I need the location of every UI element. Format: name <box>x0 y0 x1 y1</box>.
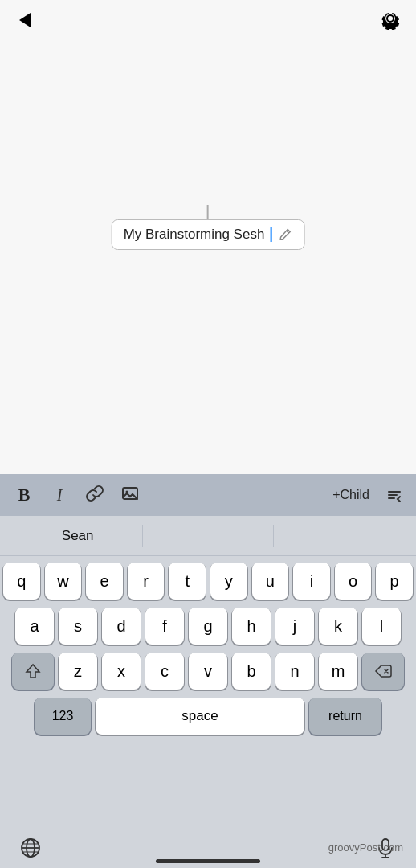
key-l[interactable]: l <box>362 608 401 645</box>
mind-map-node: My Brainstorming Sesh <box>112 205 305 250</box>
back-button[interactable] <box>13 8 37 32</box>
key-row-2: a s d f g h j k l <box>3 608 413 645</box>
link-button[interactable] <box>80 481 109 510</box>
settings-button[interactable] <box>377 7 403 33</box>
key-row-4: 123 space return <box>3 698 413 735</box>
gear-icon <box>379 7 402 33</box>
text-cursor <box>270 227 271 242</box>
key-q[interactable]: q <box>3 563 40 600</box>
key-row-3: z x c v b n m <box>3 653 413 690</box>
key-u[interactable]: u <box>252 563 289 600</box>
predictive-word-2[interactable] <box>143 530 272 542</box>
delete-button[interactable] <box>362 653 404 690</box>
node-stem <box>207 205 209 219</box>
globe-button[interactable] <box>16 833 45 862</box>
formatting-toolbar: B I +Child <box>0 474 416 516</box>
predictive-word-1[interactable]: Sean <box>13 522 142 551</box>
numbers-label: 123 <box>52 709 74 723</box>
watermark: groovyPost.com <box>328 841 403 854</box>
space-button[interactable]: space <box>96 698 304 735</box>
image-icon <box>121 485 139 506</box>
node-bubble[interactable]: My Brainstorming Sesh <box>112 219 305 250</box>
key-j[interactable]: j <box>275 608 314 645</box>
link-icon <box>86 485 104 506</box>
top-bar <box>0 0 416 40</box>
key-h[interactable]: h <box>232 608 271 645</box>
key-t[interactable]: t <box>169 563 206 600</box>
key-p[interactable]: p <box>376 563 413 600</box>
key-g[interactable]: g <box>189 608 227 645</box>
return-label: return <box>328 709 362 723</box>
dismiss-keyboard-button[interactable] <box>382 483 406 507</box>
shift-button[interactable] <box>12 653 54 690</box>
bold-button[interactable]: B <box>10 481 39 510</box>
keys-area: q w e r t y u i o p a s d f g h j k l <box>0 556 416 828</box>
edit-icon <box>276 227 292 243</box>
key-m[interactable]: m <box>319 653 357 690</box>
bold-icon: B <box>18 485 31 506</box>
key-b[interactable]: b <box>232 653 271 690</box>
add-child-button[interactable]: +Child <box>328 485 374 506</box>
image-button[interactable] <box>116 481 145 510</box>
italic-icon: I <box>57 486 63 505</box>
predictive-bar: Sean <box>0 516 416 556</box>
back-chevron-icon <box>19 13 31 27</box>
key-x[interactable]: x <box>102 653 141 690</box>
node-text: My Brainstorming Sesh <box>124 227 265 243</box>
numbers-button[interactable]: 123 <box>35 698 91 735</box>
predictive-word-3[interactable] <box>274 530 403 542</box>
return-button[interactable]: return <box>309 698 381 735</box>
key-k[interactable]: k <box>319 608 357 645</box>
toolbar-right: +Child <box>328 483 406 507</box>
key-row-1: q w e r t y u i o p <box>3 563 413 600</box>
key-o[interactable]: o <box>335 563 372 600</box>
canvas-area: My Brainstorming Sesh <box>0 0 416 474</box>
key-z[interactable]: z <box>59 653 97 690</box>
key-f[interactable]: f <box>145 608 184 645</box>
key-i[interactable]: i <box>293 563 330 600</box>
key-w[interactable]: w <box>45 563 82 600</box>
key-a[interactable]: a <box>15 608 54 645</box>
key-e[interactable]: e <box>86 563 123 600</box>
key-c[interactable]: c <box>145 653 184 690</box>
key-v[interactable]: v <box>189 653 227 690</box>
key-d[interactable]: d <box>102 608 141 645</box>
home-indicator <box>156 859 260 863</box>
key-n[interactable]: n <box>275 653 314 690</box>
key-y[interactable]: y <box>210 563 247 600</box>
italic-button[interactable]: I <box>45 481 74 510</box>
key-s[interactable]: s <box>59 608 97 645</box>
space-label: space <box>181 708 218 724</box>
key-r[interactable]: r <box>128 563 165 600</box>
keyboard-area: Sean q w e r t y u i o p a s d f g h j <box>0 516 416 868</box>
